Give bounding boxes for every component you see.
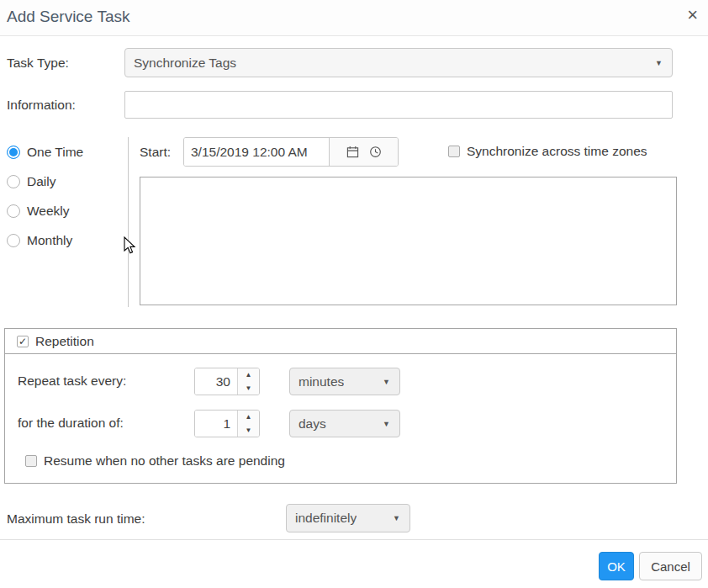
repetition-section: ✓ Repetition Repeat task every: ▲ ▼ minu… xyxy=(4,328,677,484)
repetition-checkbox[interactable]: ✓ xyxy=(17,336,29,347)
footer-divider xyxy=(0,539,708,540)
check-icon: ✓ xyxy=(18,336,27,347)
radio-icon xyxy=(7,204,20,218)
radio-weekly[interactable]: Weekly xyxy=(7,203,70,220)
spin-down-icon[interactable]: ▼ xyxy=(238,382,259,395)
task-type-value: Synchronize Tags xyxy=(134,56,236,71)
radio-icon xyxy=(7,175,20,188)
radio-weekly-label: Weekly xyxy=(27,204,70,219)
spin-up-icon[interactable]: ▲ xyxy=(238,368,259,382)
radio-monthly[interactable]: Monthly xyxy=(7,232,72,249)
radio-daily-label: Daily xyxy=(27,174,55,189)
chevron-down-icon: ▼ xyxy=(383,420,390,428)
max-runtime-label: Maximum task run time: xyxy=(7,511,145,527)
information-label: Information: xyxy=(7,98,76,113)
repeat-interval-input[interactable] xyxy=(195,368,237,395)
sync-timezones-checkbox[interactable]: Synchronize across time zones xyxy=(448,143,647,160)
dialog-header: Add Service Task × xyxy=(0,0,708,36)
duration-label: for the duration of: xyxy=(18,416,124,431)
repeat-every-label: Repeat task every: xyxy=(18,373,126,389)
add-service-task-dialog: Add Service Task × Task Type: Synchroniz… xyxy=(0,0,708,588)
task-type-label: Task Type: xyxy=(7,56,69,71)
radio-icon xyxy=(7,234,20,247)
sync-timezones-label: Synchronize across time zones xyxy=(467,144,647,159)
clock-icon[interactable] xyxy=(369,146,382,158)
calendar-icon[interactable] xyxy=(346,146,359,158)
spinner-buttons: ▲ ▼ xyxy=(237,411,259,437)
mouse-cursor xyxy=(123,236,136,258)
radio-daily[interactable]: Daily xyxy=(7,173,55,190)
chevron-down-icon: ▼ xyxy=(655,59,663,67)
chevron-down-icon: ▼ xyxy=(383,378,390,386)
chevron-down-icon: ▼ xyxy=(393,514,400,522)
close-icon[interactable]: × xyxy=(687,4,698,26)
max-runtime-value: indefinitely xyxy=(295,511,357,526)
schedule-detail-panel xyxy=(140,177,677,305)
repetition-header: ✓ Repetition xyxy=(5,329,676,354)
cancel-button[interactable]: Cancel xyxy=(639,552,702,580)
checkbox-icon xyxy=(25,455,37,467)
duration-input[interactable] xyxy=(195,411,237,437)
schedule-divider xyxy=(128,137,129,307)
start-datetime-input[interactable] xyxy=(184,138,329,166)
checkbox-icon xyxy=(448,146,460,157)
radio-one-time-label: One Time xyxy=(27,145,83,160)
repeat-unit-value: minutes xyxy=(299,374,344,389)
resume-label: Resume when no other tasks are pending xyxy=(44,453,285,469)
dialog-title: Add Service Task xyxy=(7,8,129,26)
radio-monthly-label: Monthly xyxy=(27,233,72,248)
task-type-dropdown[interactable]: Synchronize Tags ▼ xyxy=(124,48,673,77)
ok-button[interactable]: OK xyxy=(599,552,634,580)
spin-up-icon[interactable]: ▲ xyxy=(238,411,259,424)
spin-down-icon[interactable]: ▼ xyxy=(238,424,259,437)
radio-one-time[interactable]: One Time xyxy=(7,144,83,161)
start-datetime-picker xyxy=(183,137,399,167)
spinner-buttons: ▲ ▼ xyxy=(237,368,259,395)
information-input[interactable] xyxy=(124,91,673,119)
max-runtime-dropdown[interactable]: indefinitely ▼ xyxy=(286,504,410,532)
repeat-interval-spinner: ▲ ▼ xyxy=(194,368,260,395)
duration-spinner: ▲ ▼ xyxy=(194,410,260,437)
duration-unit-value: days xyxy=(299,416,326,432)
repetition-label: Repetition xyxy=(35,334,94,349)
radio-selected-icon xyxy=(7,146,20,159)
start-label: Start: xyxy=(140,145,171,160)
repeat-unit-dropdown[interactable]: minutes ▼ xyxy=(289,368,400,395)
datetime-icon-group xyxy=(329,138,398,166)
resume-checkbox[interactable]: Resume when no other tasks are pending xyxy=(25,453,285,469)
duration-unit-dropdown[interactable]: days ▼ xyxy=(289,410,400,437)
